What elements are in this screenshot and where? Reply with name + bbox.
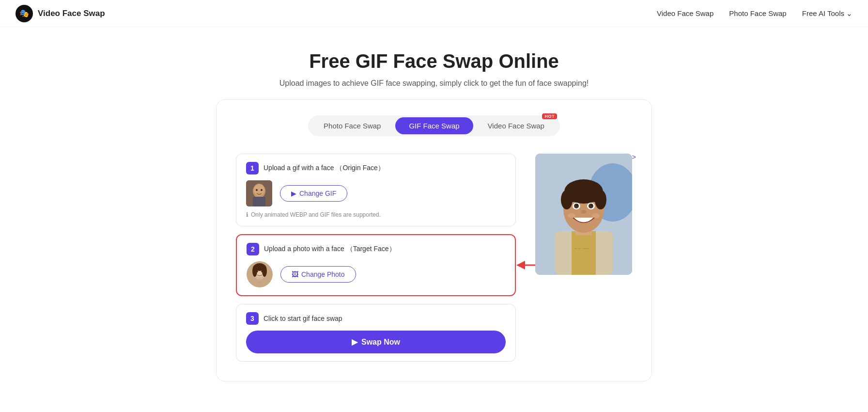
content-area: 1 Upload a gif with a face （Origin Face） [236,154,632,362]
svg-point-32 [581,210,587,214]
face-photo-icon [247,261,273,287]
nav-video-face-swap[interactable]: Video Face Swap [657,9,713,17]
step-2-body: 🖼 Change Photo [247,261,505,287]
svg-point-31 [591,204,593,206]
main-nav: Video Face Swap Photo Face Swap Free AI … [657,9,852,18]
step-3-number: 3 [246,312,259,325]
svg-rect-5 [253,197,265,206]
svg-point-30 [576,204,578,206]
tab-photo-face-swap[interactable]: Photo Face Swap [310,117,394,134]
hot-badge: HOT [542,113,557,119]
preview-face-image: ~~ ~~ [535,154,632,275]
tab-gif-face-swap[interactable]: GIF Face Swap [395,117,473,134]
steps-column: 1 Upload a gif with a face （Origin Face） [236,154,516,362]
step-3-label: Click to start gif face swap [264,315,342,322]
svg-point-13 [262,265,267,277]
step-2-number: 2 [247,243,259,255]
hero-subtitle: Upload images to achieve GIF face swappi… [0,79,868,88]
swap-now-button[interactable]: ▶ Swap Now [246,331,506,353]
svg-point-29 [589,204,593,208]
nav-free-ai-tools-label: Free AI Tools [802,9,844,17]
change-photo-icon: 🖼 [292,270,298,278]
step-1-thumbnail [246,180,272,206]
step-3-header: 3 Click to start gif face swap [246,312,506,325]
hero-title: Free GIF Face Swap Online [0,50,868,72]
svg-point-3 [256,189,258,191]
tab-video-label: Video Face Swap [488,122,544,130]
main-card: Photo Face Swap GIF Face Swap Video Face… [216,99,652,381]
svg-text:~~ ~~: ~~ ~~ [574,245,589,252]
change-gif-label: Change GIF [299,190,336,197]
file-note: ℹ Only animated WEBP and GIF files are s… [246,211,506,218]
svg-point-28 [574,204,579,208]
svg-point-4 [261,189,263,191]
info-icon: ℹ [246,211,248,218]
step-1-card: 1 Upload a gif with a face （Origin Face） [236,154,516,226]
svg-point-34 [592,213,600,218]
logo-area: 🎭 Video Face Swap [16,5,105,22]
swap-icon: ▶ [352,337,357,347]
svg-rect-19 [572,231,596,275]
svg-point-24 [561,190,573,209]
step-1-label: Upload a gif with a face （Origin Face） [264,164,385,173]
step-2-header: 2 Upload a photo with a face （Target Fac… [247,243,505,255]
step-3-card: 3 Click to start gif face swap ▶ Swap No… [236,304,516,362]
logo-icon: 🎭 [16,5,33,22]
step-2-wrapper: 2 Upload a photo with a face （Target Fac… [236,234,516,296]
preview-column: ~~ ~~ [535,154,632,275]
step-1-body: ▶ Change GIF [246,180,506,206]
step-1-number: 1 [246,162,259,174]
face-gif-icon [246,180,272,206]
step-2-label: Upload a photo with a face （Target Face） [264,245,396,254]
preview-image: ~~ ~~ [535,154,632,275]
change-photo-button[interactable]: 🖼 Change Photo [280,266,356,283]
chevron-down-icon: ⌄ [846,9,852,18]
step-2-card: 2 Upload a photo with a face （Target Fac… [236,234,516,296]
tab-video-face-swap[interactable]: Video Face Swap HOT [474,117,558,134]
logo-text: Video Face Swap [38,9,105,18]
change-photo-label: Change Photo [301,270,345,278]
change-gif-button[interactable]: ▶ Change GIF [280,185,347,202]
svg-point-25 [595,190,606,209]
tabs-container: Photo Face Swap GIF Face Swap Video Face… [308,115,560,136]
svg-point-33 [568,213,575,218]
header: 🎭 Video Face Swap Video Face Swap Photo … [0,0,868,27]
step-2-thumbnail [247,261,273,287]
step-1-header: 1 Upload a gif with a face （Origin Face） [246,162,506,174]
swap-label: Swap Now [361,338,400,347]
change-gif-icon: ▶ [291,190,296,197]
nav-free-ai-tools-dropdown[interactable]: Free AI Tools ⌄ [802,9,852,18]
nav-photo-face-swap[interactable]: Photo Face Swap [729,9,786,17]
svg-point-12 [252,265,257,277]
hero-section: Free GIF Face Swap Online Upload images … [0,27,868,99]
file-note-text: Only animated WEBP and GIF files are sup… [251,211,381,218]
tabs-row: Photo Face Swap GIF Face Swap Video Face… [236,115,632,136]
